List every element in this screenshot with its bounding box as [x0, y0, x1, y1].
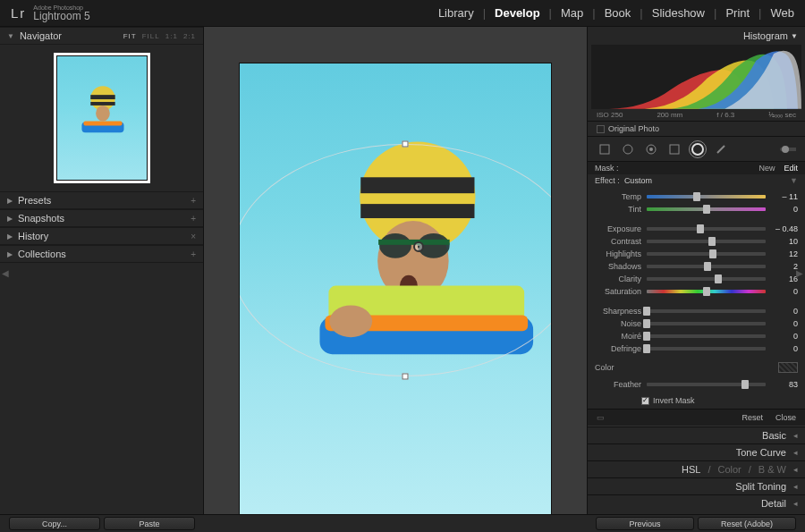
copy-button[interactable]: Copy...: [9, 517, 100, 530]
lr-logo: Lr: [11, 5, 26, 21]
histogram[interactable]: [591, 45, 801, 109]
nav-fit[interactable]: FIT: [123, 32, 137, 40]
brush-tool[interactable]: [713, 141, 729, 157]
slider-temp[interactable]: Temp– 11: [595, 190, 798, 203]
slider-sharpness[interactable]: Sharpness0: [595, 305, 798, 317]
navigator-thumb[interactable]: [56, 55, 148, 181]
previous-button[interactable]: Previous: [596, 517, 694, 530]
module-slideshow[interactable]: Slideshow: [652, 6, 705, 20]
slider-contrast[interactable]: Contrast10: [595, 235, 798, 248]
panel-tonecurve[interactable]: Tone Curve◂: [588, 443, 805, 460]
slider-clarity[interactable]: Clarity16: [595, 273, 798, 285]
module-picker: Library| Develop| Map| Book| Slideshow| …: [438, 6, 794, 20]
slider-tint[interactable]: Tint0: [595, 203, 798, 215]
color-row[interactable]: Color: [588, 359, 805, 376]
canvas-area: [204, 27, 587, 514]
radial-tool[interactable]: [690, 141, 706, 157]
collections-header[interactable]: ▶Collections+: [0, 245, 203, 263]
nav-1to1[interactable]: 1:1: [165, 32, 178, 40]
crop-tool[interactable]: [597, 141, 613, 157]
radial-filter-overlay[interactable]: [239, 144, 552, 376]
paste-button[interactable]: Paste: [104, 517, 195, 530]
snapshots-header[interactable]: ▶Snapshots+: [0, 209, 203, 227]
histogram-header[interactable]: Histogram ▼: [588, 27, 805, 45]
svg-rect-5: [83, 122, 122, 126]
history-header[interactable]: ▶History×: [0, 227, 203, 245]
svg-point-19: [623, 145, 632, 154]
radial-center-pin[interactable]: [413, 241, 424, 252]
adjustment-sliders: Temp– 11 Tint0 Exposure– 0.48 Contrast10…: [588, 187, 805, 359]
app-header: Lr Adobe Photoshop Lightroom 5 Library| …: [0, 0, 805, 27]
svg-point-3: [96, 106, 110, 122]
main-photo[interactable]: [239, 63, 552, 532]
svg-point-21: [649, 148, 653, 151]
original-photo-toggle[interactable]: Original Photo: [588, 121, 805, 137]
module-print[interactable]: Print: [725, 6, 750, 20]
reset-button[interactable]: Reset: [741, 413, 763, 422]
graduated-tool[interactable]: [666, 141, 682, 157]
mask-new[interactable]: New: [758, 164, 775, 173]
module-book[interactable]: Book: [605, 6, 631, 20]
reset-adobe-button[interactable]: Reset (Adobe): [698, 517, 796, 530]
slider-defringe[interactable]: Defringe0: [595, 342, 798, 355]
right-panel: Histogram ▼ ISO 250200 mmf / 6.3¹⁄₂₀₀₀ s…: [587, 27, 805, 514]
panel-detail[interactable]: Detail◂: [588, 494, 805, 511]
collapse-right-icon[interactable]: ▶: [796, 266, 803, 281]
slider-moire[interactable]: Moiré0: [595, 330, 798, 342]
module-develop[interactable]: Develop: [495, 6, 540, 20]
bottom-bar: Copy... Paste Previous Reset (Adobe): [0, 514, 805, 532]
spot-tool[interactable]: [620, 141, 636, 157]
exif-info: ISO 250200 mmf / 6.3¹⁄₂₀₀₀ sec: [588, 109, 805, 121]
navigator-header[interactable]: ▼ Navigator FIT FILL 1:1 2:1: [0, 27, 203, 45]
radial-handle-n[interactable]: [402, 141, 409, 148]
nav-2to1[interactable]: 2:1: [183, 32, 196, 40]
effect-row[interactable]: Effect : Custom ▼: [588, 174, 805, 187]
nav-fill[interactable]: FILL: [142, 32, 160, 40]
radial-handle-s[interactable]: [402, 374, 409, 380]
slider-highlights[interactable]: Highlights12: [595, 248, 798, 260]
svg-point-25: [782, 146, 789, 153]
slider-saturation[interactable]: Saturation0: [595, 285, 798, 298]
close-button[interactable]: Close: [775, 413, 796, 422]
slider-exposure[interactable]: Exposure– 0.48: [595, 223, 798, 235]
checkbox-checked-icon[interactable]: [641, 397, 649, 405]
svg-rect-22: [670, 145, 679, 154]
slider-noise[interactable]: Noise0: [595, 317, 798, 330]
tool-toggle[interactable]: [780, 141, 796, 157]
slider-feather[interactable]: Feather83: [595, 378, 798, 391]
panel-hsl[interactable]: HSL/Color/B & W◂: [588, 460, 805, 477]
module-map[interactable]: Map: [561, 6, 583, 20]
module-web[interactable]: Web: [771, 6, 795, 20]
slider-shadows[interactable]: Shadows2: [595, 260, 798, 273]
invert-mask-toggle[interactable]: Invert Mask: [588, 394, 805, 409]
svg-rect-2: [90, 102, 114, 106]
presets-header[interactable]: ▶Presets+: [0, 191, 203, 209]
panel-split[interactable]: Split Toning◂: [588, 477, 805, 494]
reset-close-row: ▭ Reset Close: [588, 409, 805, 426]
svg-rect-18: [600, 145, 609, 154]
svg-point-23: [692, 144, 703, 155]
left-panel: ▼ Navigator FIT FILL 1:1 2:1 ▶Presets+: [0, 27, 204, 514]
redeye-tool[interactable]: [643, 141, 659, 157]
develop-toolstrip: [588, 137, 805, 162]
mask-edit[interactable]: Edit: [784, 164, 798, 173]
svg-rect-1: [90, 95, 114, 99]
color-swatch[interactable]: [778, 362, 798, 373]
mask-row: Mask : New Edit: [588, 162, 805, 174]
switch-icon[interactable]: ▭: [597, 413, 605, 422]
collapse-left-icon[interactable]: ◀: [2, 266, 9, 281]
app-brand: Adobe Photoshop Lightroom 5: [33, 4, 89, 21]
module-library[interactable]: Library: [438, 6, 474, 20]
panel-basic[interactable]: Basic◂: [588, 426, 805, 443]
checkbox-icon[interactable]: [597, 125, 605, 133]
